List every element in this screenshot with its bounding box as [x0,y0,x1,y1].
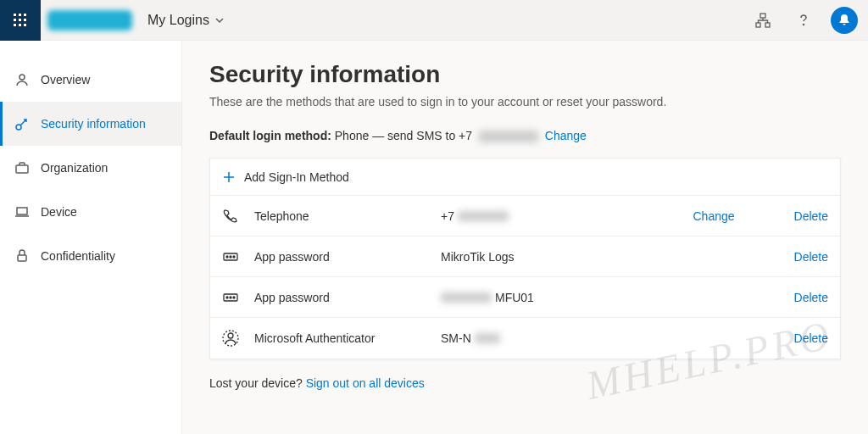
password-icon [222,248,254,265]
password-icon [222,289,254,306]
method-value: MFU01 [441,291,735,304]
sitemap-button[interactable] [749,7,776,34]
sidebar-item-device[interactable]: Device [0,190,181,234]
method-name: App password [254,250,441,264]
method-value: SM-N [441,331,735,345]
method-row: App password MikroTik Logs Delete [210,236,840,277]
method-value: MikroTik Logs [441,250,735,264]
lost-device-line: Lost your device? Sign out on all device… [209,376,841,390]
waffle-icon [14,14,27,27]
briefcase-icon [14,160,31,175]
phone-icon [222,208,254,225]
main-content: Security information These are the metho… [182,41,868,434]
method-delete-link[interactable]: Delete [794,291,828,304]
svg-rect-7 [19,24,21,26]
svg-rect-15 [16,165,28,173]
page-subtitle: These are the methods that are used to s… [209,95,841,108]
svg-point-26 [228,333,233,338]
header-title-label: My Logins [147,13,209,28]
lost-device-text: Lost your device? [209,376,303,390]
svg-rect-11 [765,23,770,27]
method-row: Microsoft Authenticator SM-N Delete [210,318,840,359]
svg-rect-8 [24,24,26,26]
sidebar-item-confidentiality[interactable]: Confidentiality [0,234,181,278]
method-delete-link[interactable]: Delete [794,209,828,223]
plus-icon [222,170,236,184]
signout-all-link[interactable]: Sign out on all devices [306,376,425,390]
svg-rect-6 [14,24,16,26]
svg-rect-2 [24,14,26,16]
method-delete-link[interactable]: Delete [794,331,828,345]
sidebar: Overview Security information Organizati… [0,41,182,434]
sidebar-item-label: Organization [41,161,108,175]
help-button[interactable] [790,7,817,34]
add-method-label: Add Sign-In Method [244,170,349,184]
method-name: Microsoft Authenticator [254,331,441,345]
notifications-button[interactable] [831,7,858,34]
sidebar-item-label: Confidentiality [41,249,115,263]
default-method-line: Default login method: Phone — send SMS t… [209,129,841,142]
bell-icon [837,14,851,27]
svg-point-13 [19,75,25,80]
svg-point-20 [230,256,231,258]
question-icon [796,13,811,28]
default-method-value: Phone — send SMS to +7 [335,129,472,142]
svg-rect-10 [756,23,760,27]
svg-point-23 [226,297,228,298]
chevron-down-icon [214,15,225,25]
redacted-value [458,211,509,221]
svg-point-24 [230,297,231,298]
redacted-phone [479,131,538,142]
sidebar-item-organization[interactable]: Organization [0,146,181,190]
svg-point-12 [804,24,804,25]
svg-rect-0 [14,14,16,16]
svg-rect-4 [19,19,21,21]
brand-logo-redacted [47,10,132,31]
method-delete-link[interactable]: Delete [794,250,828,264]
method-change-link[interactable]: Change [693,209,734,223]
method-value: +7 [441,209,693,223]
sidebar-item-security[interactable]: Security information [0,102,181,146]
svg-point-19 [226,256,228,258]
app-header: My Logins [0,0,868,41]
svg-point-25 [233,297,235,298]
sidebar-item-label: Security information [41,117,146,131]
method-name: App password [254,291,441,304]
authenticator-icon [222,330,254,347]
svg-point-21 [233,256,235,258]
redacted-value [475,333,500,343]
method-row: Telephone +7 Change Delete [210,196,840,236]
app-launcher-button[interactable] [0,0,41,41]
sitemap-icon [755,13,771,28]
svg-rect-5 [24,19,26,21]
header-title-dropdown[interactable]: My Logins [147,13,225,28]
sidebar-item-label: Overview [41,73,90,86]
method-row: App password MFU01 Delete [210,277,840,318]
svg-rect-9 [760,14,765,18]
laptop-icon [14,204,31,220]
person-icon [14,72,31,87]
add-method-button[interactable]: Add Sign-In Method [210,159,840,196]
svg-rect-17 [18,255,26,261]
change-default-link[interactable]: Change [545,129,587,142]
svg-rect-1 [19,14,21,16]
header-actions [749,7,868,34]
svg-rect-16 [17,208,27,214]
key-icon [14,116,31,131]
methods-card: Add Sign-In Method Telephone +7 Change D… [209,158,841,359]
default-method-label: Default login method: [209,129,331,142]
redacted-value [441,292,492,303]
sidebar-item-overview[interactable]: Overview [0,58,181,102]
svg-rect-3 [14,19,16,21]
page-title: Security information [209,61,841,88]
method-name: Telephone [254,209,441,223]
sidebar-item-label: Device [41,205,77,219]
lock-icon [14,248,31,264]
